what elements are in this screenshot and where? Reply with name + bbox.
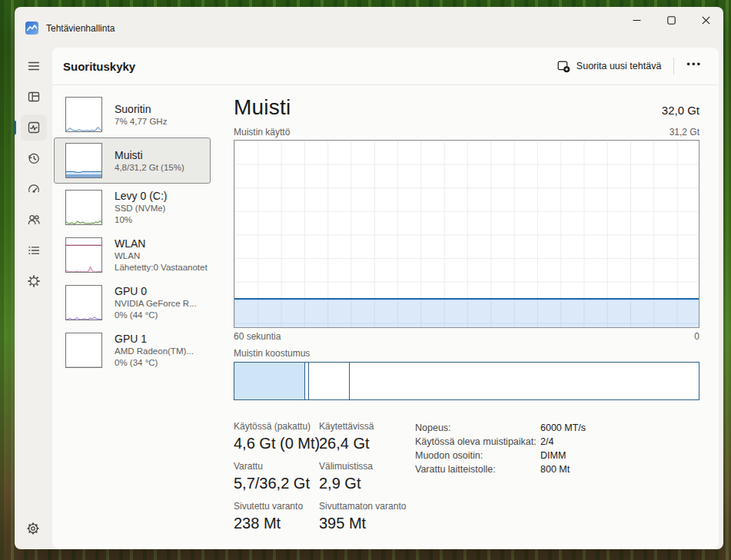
maximize-button[interactable] — [654, 7, 689, 33]
sensor-title: Muisti — [115, 148, 184, 162]
menu-icon — [27, 59, 41, 73]
sensor-text: GPU 0 NVIDIA GeForce R... 0% (44 °C) — [115, 284, 197, 321]
composition-label: Muistin koostumus — [234, 348, 699, 359]
memory-stats-grid: Käytössä (pakattu) 4,6 Gt (0 Mt) Käytett… — [234, 421, 415, 541]
sensor-title: GPU 0 — [115, 284, 197, 298]
detail-row-form-factor: Muodon osoitin: DIMM — [415, 449, 586, 462]
detail-label: Käytössä oleva muistipaikat: — [415, 435, 540, 449]
sensor-subtitle2: 10% — [115, 214, 167, 226]
titlebar: Tehtävienhallinta — [15, 7, 723, 47]
navigation-rail — [15, 47, 52, 549]
memory-detail-page: Muisti 32,0 Gt Muistin käyttö 31,2 Gt 60… — [225, 85, 719, 547]
detail-value: DIMM — [540, 449, 566, 462]
sensor-item-disk0[interactable]: Levy 0 (C:) SSD (NVMe) 10% — [54, 184, 211, 231]
task-manager-app-icon — [25, 22, 38, 35]
services-icon — [27, 274, 41, 288]
memory-hardware-details: Nopeus: 6000 MT/s Käytössä oleva muistip… — [415, 421, 586, 541]
stat-non-paged-pool: Sivuttamaton varanto 395 Mt — [319, 501, 415, 541]
sensor-item-gpu0[interactable]: GPU 0 NVIDIA GeForce R... 0% (44 °C) — [54, 279, 211, 326]
sensor-subtitle: AMD Radeon(TM)... — [115, 346, 194, 357]
panel-body: Suoritin 7% 4,77 GHz Muisti 4,8/31,2 Gt … — [52, 85, 719, 547]
gpu0-mini-chart — [65, 285, 102, 320]
sensor-subtitle: SSD (NVMe) — [115, 203, 167, 214]
wlan-mini-chart — [65, 237, 102, 273]
startup-apps-icon — [27, 182, 41, 196]
x-axis-left-label: 60 sekuntia — [234, 331, 281, 342]
memory-composition-bar[interactable] — [234, 362, 699, 400]
stat-value: 5,7/36,2 Gt — [234, 475, 319, 492]
stat-label: Varattu — [234, 461, 319, 472]
details-icon — [27, 244, 41, 257]
detail-label: Varattu laitteistolle: — [415, 462, 540, 476]
sensor-text: WLAN WLAN Lähetetty:0 Vastaanotet — [115, 237, 208, 273]
sidebar-item-details[interactable] — [21, 237, 47, 263]
sensor-item-gpu1[interactable]: GPU 1 AMD Radeon(TM)... 0% (34 °C) — [54, 326, 211, 374]
sensor-item-memory[interactable]: Muisti 4,8/31,2 Gt (15%) — [54, 138, 211, 184]
stat-cached: Välimuistissa 2,9 Gt — [319, 461, 415, 501]
detail-row-hw-reserved: Varattu laitteistolle: 800 Mt — [415, 462, 586, 476]
sensor-item-wlan[interactable]: WLAN WLAN Lähetetty:0 Vastaanotet — [54, 231, 211, 279]
panel-header: Suorituskyky Suorita uusi tehtävä ••• — [52, 48, 719, 85]
sidebar-item-startup-apps[interactable] — [21, 176, 47, 202]
sensor-subtitle2: 0% (44 °C) — [115, 310, 197, 321]
sensor-subtitle: 4,8/31,2 Gt (15%) — [115, 162, 184, 174]
stat-label: Käytössä (pakattu) — [234, 421, 319, 432]
sensor-subtitle: NVIDIA GeForce R... — [115, 298, 197, 310]
sidebar-item-processes[interactable] — [21, 84, 47, 110]
menu-button[interactable] — [21, 53, 47, 79]
settings-button[interactable] — [20, 515, 46, 542]
window-title: Tehtävienhallinta — [46, 23, 115, 34]
sensor-text: GPU 1 AMD Radeon(TM)... 0% (34 °C) — [115, 332, 194, 369]
close-icon — [702, 16, 710, 25]
maximize-icon — [667, 16, 676, 25]
stat-available: Käytettävissä 26,4 Gt — [319, 421, 415, 461]
app-history-icon — [27, 151, 41, 165]
sensor-subtitle2: 0% (34 °C) — [115, 357, 194, 369]
more-options-button[interactable]: ••• — [679, 55, 709, 78]
sidebar-item-services[interactable] — [21, 268, 47, 294]
detail-value: 6000 MT/s — [540, 421, 586, 435]
stat-paged-pool: Sivutettu varanto 238 Mt — [234, 501, 319, 541]
x-axis-right-label: 0 — [694, 331, 699, 342]
detail-row-speed: Nopeus: 6000 MT/s — [415, 421, 586, 435]
detail-label: Muodon osoitin: — [415, 449, 540, 462]
stat-value: 4,6 Gt (0 Mt) — [234, 435, 319, 452]
usage-chart-label: Muistin käyttö — [234, 127, 290, 138]
run-new-task-button[interactable]: Suorita uusi tehtävä — [550, 55, 670, 78]
run-new-task-label: Suorita uusi tehtävä — [576, 61, 662, 71]
detail-value: 2/4 — [540, 435, 553, 449]
users-icon — [27, 213, 41, 227]
sensor-item-cpu[interactable]: Suoritin 7% 4,77 GHz — [54, 91, 211, 138]
sensor-title: Suoritin — [115, 102, 167, 116]
stat-label: Sivutettu varanto — [234, 501, 319, 512]
content-panel: Suorituskyky Suorita uusi tehtävä ••• Su… — [52, 48, 719, 548]
close-button[interactable] — [689, 7, 723, 33]
sidebar-item-performance[interactable] — [21, 114, 47, 141]
stat-value: 238 Mt — [234, 515, 319, 532]
stat-label: Välimuistissa — [319, 461, 415, 472]
composition-segment-free — [350, 363, 699, 399]
memory-page-title: Muisti — [234, 95, 291, 120]
sensor-title: GPU 1 — [115, 332, 194, 346]
composition-segment-in-use — [234, 363, 305, 399]
run-new-task-icon — [557, 60, 570, 73]
minimize-icon — [633, 16, 641, 25]
sensor-text: Suoritin 7% 4,77 GHz — [115, 102, 167, 128]
disk-mini-chart — [65, 190, 102, 225]
sidebar-item-users[interactable] — [21, 207, 47, 233]
memory-usage-fill — [234, 298, 699, 327]
detail-value: 800 Mt — [540, 462, 570, 476]
usage-chart-max: 31,2 Gt — [670, 127, 699, 138]
sensor-title: Levy 0 (C:) — [115, 189, 167, 203]
settings-gear-icon — [26, 522, 40, 535]
memory-usage-chart[interactable] — [234, 140, 699, 328]
stat-label: Sivuttamaton varanto — [319, 501, 415, 512]
sidebar-item-app-history[interactable] — [21, 145, 47, 171]
composition-segment-standby — [309, 363, 350, 399]
sensor-subtitle2: Lähetetty:0 Vastaanotet — [115, 262, 208, 273]
stat-in-use: Käytössä (pakattu) 4,6 Gt (0 Mt) — [234, 421, 319, 461]
minimize-button[interactable] — [620, 7, 654, 33]
performance-sensor-list: Suoritin 7% 4,77 GHz Muisti 4,8/31,2 Gt … — [52, 85, 225, 547]
titlebar-left: Tehtävienhallinta — [15, 7, 620, 35]
sensor-subtitle: 7% 4,77 GHz — [115, 116, 167, 128]
